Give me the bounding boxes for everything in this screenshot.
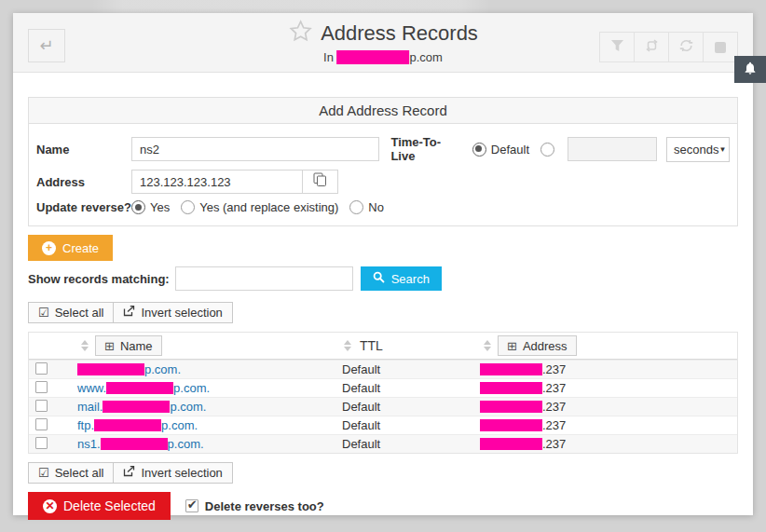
reverse-option-replace[interactable]: Yes (and replace existing) xyxy=(181,200,338,214)
search-label: Show records matching: xyxy=(28,272,170,286)
select-all-button[interactable]: ☑ Select all xyxy=(28,462,114,484)
redacted-address xyxy=(480,438,542,450)
ttl-label: Time-To-Live xyxy=(390,135,462,163)
address-input[interactable] xyxy=(131,170,303,194)
name-column-button[interactable]: ⊞ Name xyxy=(95,335,162,356)
return-arrow-icon: ↵ xyxy=(39,36,53,55)
record-ttl: Default xyxy=(340,381,478,395)
ttl-custom-input[interactable] xyxy=(568,137,657,161)
arrow-out-of-box-icon xyxy=(123,306,135,320)
row-checkbox[interactable] xyxy=(35,437,48,449)
record-ttl: Default xyxy=(340,400,478,414)
ttl-cluster: Time-To-Live Default seconds ▼ xyxy=(390,135,730,163)
stop-button[interactable] xyxy=(703,32,738,62)
redacted-address xyxy=(480,401,542,413)
reverse-replace-radio[interactable] xyxy=(181,200,195,214)
reverse-no-radio[interactable] xyxy=(349,200,363,214)
invert-selection-button[interactable]: Invert selection xyxy=(113,462,232,484)
record-name-link[interactable]: mail.p.com. xyxy=(75,400,340,414)
address-column-button[interactable]: ⊞ Address xyxy=(498,335,577,356)
redacted-address xyxy=(480,363,542,375)
name-label: Name xyxy=(36,143,131,157)
modal-header: ↵ Address Records In p.com xyxy=(13,13,753,73)
selection-controls-top: ☑ Select all Invert selection xyxy=(28,302,738,323)
sort-address-control[interactable] xyxy=(484,340,491,351)
record-address: .237 xyxy=(478,362,737,376)
ttl-default-option[interactable]: Default xyxy=(472,143,529,157)
search-button[interactable]: Search xyxy=(361,266,442,291)
table-row: ftp.p.com. Default .237 xyxy=(29,416,737,434)
favorite-star-icon[interactable] xyxy=(288,19,313,48)
search-row: Show records matching: Search xyxy=(28,266,738,291)
repeat-arrows-icon xyxy=(644,39,660,56)
address-label: Address xyxy=(36,175,131,189)
record-name-link[interactable]: ftp.p.com. xyxy=(75,418,340,432)
delete-reverses-option[interactable]: Delete reverses too? xyxy=(185,499,324,513)
table-row: mail.p.com. Default .237 xyxy=(29,397,737,416)
checked-box-icon: ☑ xyxy=(38,467,49,479)
redacted-name xyxy=(94,419,161,431)
record-address: .237 xyxy=(478,400,737,414)
back-button[interactable]: ↵ xyxy=(28,29,65,62)
sort-ttl-control[interactable] xyxy=(344,340,351,351)
filter-button[interactable] xyxy=(599,32,635,62)
table-row: ns1.p.com. Default .237 xyxy=(29,434,737,453)
delete-reverses-label: Delete reverses too? xyxy=(205,499,324,513)
table-header-row: ⊞ Name TTL ⊞ Address xyxy=(29,333,737,360)
copy-pages-icon xyxy=(313,172,327,191)
redacted-address xyxy=(480,419,542,431)
delete-reverses-checkbox[interactable] xyxy=(185,499,198,512)
redacted-domain xyxy=(337,50,410,64)
record-name-link[interactable]: p.com. xyxy=(75,362,340,376)
sort-name-control[interactable] xyxy=(81,340,89,351)
ttl-unit-value: seconds xyxy=(674,143,718,157)
header-title-block: Address Records In p.com xyxy=(288,19,478,64)
repeat-button[interactable] xyxy=(634,32,669,62)
record-ttl: Default xyxy=(340,418,478,432)
address-records-modal: ↵ Address Records In p.com xyxy=(13,13,753,515)
row-checkbox[interactable] xyxy=(35,418,48,430)
update-reverse-label: Update reverse? xyxy=(36,200,131,214)
ttl-custom-radio[interactable] xyxy=(540,143,554,157)
chevron-down-icon: ▼ xyxy=(718,145,726,154)
record-ttl: Default xyxy=(340,362,478,376)
reverse-yes-radio[interactable] xyxy=(131,200,145,214)
record-ttl: Default xyxy=(340,437,478,451)
selection-controls-bottom: ☑ Select all Invert selection xyxy=(28,462,738,484)
create-button[interactable]: + Create xyxy=(28,235,113,261)
delete-selected-button[interactable]: ✕ Delete Selected xyxy=(28,492,171,520)
record-address: .237 xyxy=(478,381,737,395)
domain-subtitle: In p.com xyxy=(288,50,478,64)
delete-controls: ✕ Delete Selected Delete reverses too? xyxy=(28,492,738,520)
paste-address-button[interactable] xyxy=(303,170,338,194)
invert-selection-button[interactable]: Invert selection xyxy=(113,302,232,323)
magnifier-icon xyxy=(373,271,385,286)
record-name-link[interactable]: ns1.p.com. xyxy=(75,437,340,451)
table-row: www.p.com. Default .237 xyxy=(29,378,737,397)
ttl-unit-select[interactable]: seconds ▼ xyxy=(666,137,730,162)
reverse-option-no[interactable]: No xyxy=(349,200,384,214)
redacted-name xyxy=(101,438,168,450)
ttl-default-label: Default xyxy=(491,143,529,157)
bell-icon xyxy=(743,61,758,79)
plus-circle-icon: + xyxy=(42,241,56,255)
record-name-link[interactable]: www.p.com. xyxy=(75,381,340,395)
select-all-button[interactable]: ☑ Select all xyxy=(28,302,114,323)
notifications-tab[interactable] xyxy=(734,56,766,83)
name-input[interactable] xyxy=(131,137,379,161)
reverse-option-yes[interactable]: Yes xyxy=(131,200,170,214)
refresh-button[interactable] xyxy=(668,32,704,62)
row-checkbox[interactable] xyxy=(35,381,48,393)
ttl-column-header: TTL xyxy=(360,338,383,353)
row-checkbox[interactable] xyxy=(35,362,48,375)
search-input[interactable] xyxy=(175,266,353,291)
redacted-address xyxy=(480,382,542,394)
arrow-out-of-box-icon xyxy=(123,466,135,480)
box-plus-icon: ⊞ xyxy=(507,340,517,352)
record-address: .237 xyxy=(478,418,737,432)
ttl-default-radio[interactable] xyxy=(472,143,486,157)
redacted-name xyxy=(103,401,170,413)
page-title: Address Records xyxy=(321,21,478,46)
refresh-icon xyxy=(679,39,693,56)
row-checkbox[interactable] xyxy=(35,400,48,412)
